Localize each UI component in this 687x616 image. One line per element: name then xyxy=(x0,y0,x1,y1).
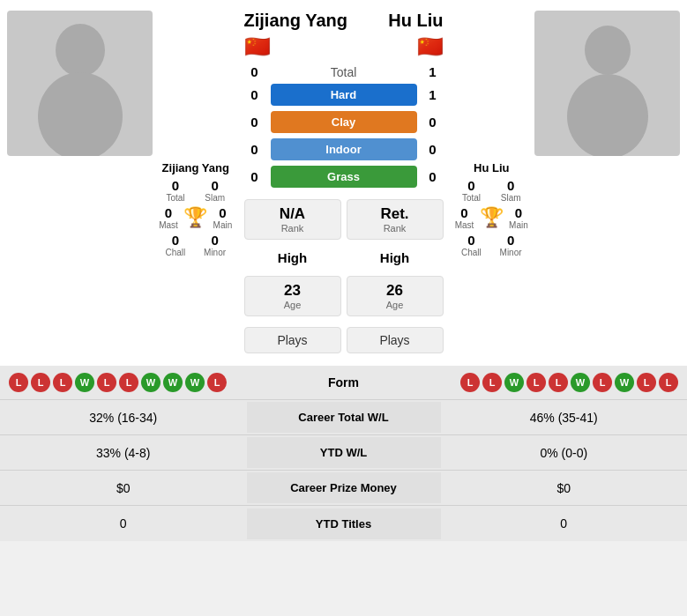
p1-rank-val: N/A xyxy=(258,205,328,223)
stats-row: $0 Career Prize Money $0 xyxy=(0,471,687,506)
p1-slam-lbl: Slam xyxy=(205,193,225,203)
p2-total-lbl: Total xyxy=(462,193,481,203)
p2-minor-lbl: Minor xyxy=(500,248,522,257)
p1-header: Zijiang Yang 🇨🇳 xyxy=(244,11,347,59)
form-badge: L xyxy=(31,373,50,392)
stat-label-2: Career Prize Money xyxy=(247,472,441,503)
p1-chall-val: 0 xyxy=(172,233,179,248)
p1-total-val: 0 xyxy=(172,178,179,193)
p2-flag: 🇨🇳 xyxy=(417,34,444,59)
p2-grass-score: 0 xyxy=(422,169,444,184)
form-badge: W xyxy=(163,373,183,392)
form-badge: L xyxy=(53,373,72,392)
form-badge: L xyxy=(637,373,656,392)
p1-minor-val: 0 xyxy=(211,233,218,248)
surface-row-grass: 0 Grass 0 xyxy=(244,166,444,188)
p2-lower: Hu Liu 0 Total 0 Slam 0 Mast 🏆 0 xyxy=(452,11,532,357)
svg-point-0 xyxy=(56,24,105,77)
form-badge: L xyxy=(526,373,546,392)
p2-mast-val: 0 xyxy=(460,205,467,220)
p2-chall-val: 0 xyxy=(467,233,474,248)
p2-rank-lbl: Rank xyxy=(360,223,430,234)
p1-age-val: 23 xyxy=(258,282,328,300)
grass-badge: Grass xyxy=(271,166,417,188)
p2-minor-val: 0 xyxy=(507,233,514,248)
p2-rank-box: Ret. Rank xyxy=(347,199,444,240)
p1-rank-lbl: Rank xyxy=(258,223,328,234)
p1-header-name: Zijiang Yang xyxy=(244,11,347,31)
stat-p1-val-1: 33% (4-8) xyxy=(0,437,247,469)
bottom-stats: LLLWLLWWWL Form LLWLLWLWLL 32% (16-34) C… xyxy=(0,366,687,541)
p2-info-panels: Ret. Rank High 26 Age Plays xyxy=(347,196,444,357)
stat-p2-val-0: 46% (35-41) xyxy=(441,402,688,434)
stat-p1-val-0: 32% (16-34) xyxy=(0,402,247,434)
p2-photo xyxy=(534,11,680,156)
p1-flag: 🇨🇳 xyxy=(244,34,271,59)
p1-total-lbl: Total xyxy=(166,193,184,203)
p2-clay-score: 0 xyxy=(422,115,444,130)
form-badge: W xyxy=(185,373,205,392)
surface-row-hard: 0 Hard 1 xyxy=(244,84,444,106)
p1-main-lbl: Main xyxy=(213,220,233,230)
p1-total-score: 0 xyxy=(244,64,265,79)
p2-header: Hu Liu 🇨🇳 xyxy=(388,11,443,59)
p2-plays-lbl: Plays xyxy=(360,333,430,347)
svg-point-3 xyxy=(567,74,648,156)
p2-main-lbl: Main xyxy=(509,220,528,230)
p2-form-badges: LLWLLWLWLL xyxy=(441,373,679,392)
p1-hard-score: 0 xyxy=(244,87,265,102)
p1-slam-val: 0 xyxy=(212,178,219,193)
p2-age-val: 26 xyxy=(360,282,430,300)
p2-name: Hu Liu xyxy=(474,161,509,174)
p1-rank-box: N/A Rank xyxy=(244,199,341,240)
p1-clay-score: 0 xyxy=(244,115,265,130)
p2-age-lbl: Age xyxy=(360,300,430,310)
p1-main-val: 0 xyxy=(219,205,226,220)
stats-row: 33% (4-8) YTD W/L 0% (0-0) xyxy=(0,435,687,471)
form-badge: L xyxy=(549,373,568,392)
p2-chall-lbl: Chall xyxy=(461,248,482,257)
total-score-row: 0 Total 1 xyxy=(244,64,444,79)
p1-high-box: High xyxy=(278,247,307,269)
total-label: Total xyxy=(271,65,417,79)
p1-form-badges: LLLWLLWWWL xyxy=(9,373,247,392)
form-badge: L xyxy=(119,373,138,392)
main-container: Zijiang Yang 0 Total 0 Slam 0 Mast 🏆 xyxy=(0,0,687,541)
p2-age-box: 26 Age xyxy=(347,276,444,316)
surface-row-clay: 0 Clay 0 xyxy=(244,111,444,133)
form-badge: L xyxy=(9,373,28,392)
stat-label-0: Career Total W/L xyxy=(247,402,441,433)
indoor-badge: Indoor xyxy=(271,138,417,160)
form-badge: W xyxy=(615,373,634,392)
p1-chall-lbl: Chall xyxy=(165,248,185,257)
form-badge: L xyxy=(593,373,612,392)
p1-info-panels: N/A Rank High 23 Age Plays xyxy=(244,196,341,357)
p1-trophy-icon: 🏆 xyxy=(183,206,207,229)
names-flags-row: Zijiang Yang 🇨🇳 Hu Liu 🇨🇳 xyxy=(244,11,444,59)
form-badge: W xyxy=(75,373,94,392)
p2-total-score: 1 xyxy=(422,64,444,79)
p1-plays-lbl: Plays xyxy=(258,333,328,347)
p1-age-lbl: Age xyxy=(258,300,328,310)
p2-plays-box: Plays xyxy=(347,327,444,353)
p1-mast-val: 0 xyxy=(165,205,172,220)
p1-lower: Zijiang Yang 0 Total 0 Slam 0 Mast 🏆 xyxy=(156,11,235,357)
form-badge: L xyxy=(460,373,480,392)
stat-label-3: YTD Titles xyxy=(247,508,441,539)
p1-indoor-score: 0 xyxy=(244,142,265,157)
stat-label-1: YTD W/L xyxy=(247,437,441,468)
form-badge: W xyxy=(571,373,590,392)
p1-mast-lbl: Mast xyxy=(159,220,178,230)
p2-rank-val: Ret. xyxy=(360,205,430,223)
stats-row: 32% (16-34) Career Total W/L 46% (35-41) xyxy=(0,400,687,435)
stat-p1-val-2: $0 xyxy=(0,472,247,504)
stat-p2-val-3: 0 xyxy=(441,508,688,539)
p1-photo xyxy=(7,11,153,156)
form-label: Form xyxy=(247,375,441,390)
form-badge: W xyxy=(141,373,161,392)
clay-badge: Clay xyxy=(271,111,417,133)
form-badge: L xyxy=(97,373,116,392)
p1-plays-box: Plays xyxy=(244,327,341,353)
stat-p2-val-1: 0% (0-0) xyxy=(441,437,688,469)
p1-minor-lbl: Minor xyxy=(204,248,226,257)
